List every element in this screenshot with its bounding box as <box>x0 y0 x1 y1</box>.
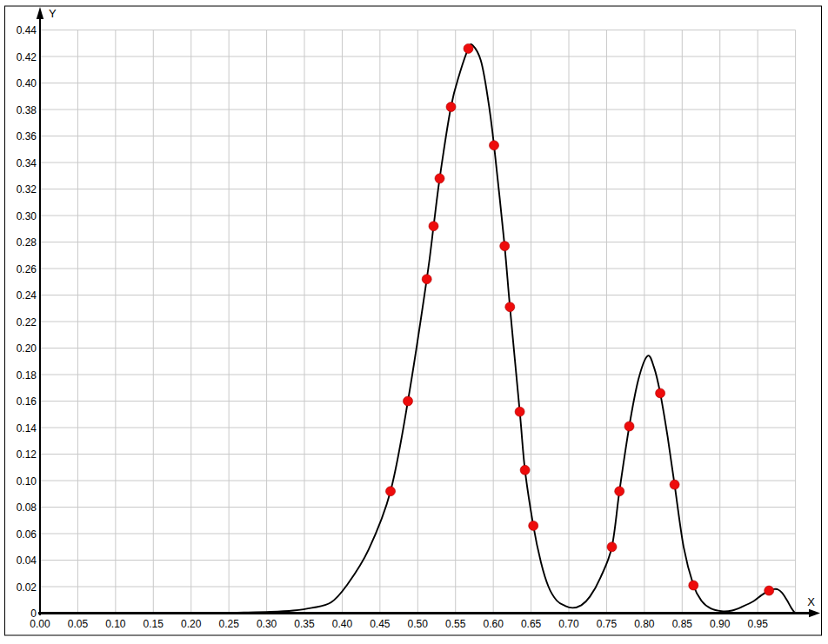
y-tick-label: 0.32 <box>17 183 37 196</box>
x-axis-title: X <box>807 595 815 608</box>
y-tick-label: 0.12 <box>17 448 37 461</box>
x-tick-label: 0.80 <box>634 618 655 630</box>
y-tick-label: 0.20 <box>17 342 37 355</box>
chart-canvas: Y X 0 0.000.050.100.150.200.250.300.350.… <box>0 0 828 644</box>
y-tick-label: 0.16 <box>17 395 37 408</box>
data-point[interactable] <box>765 586 774 595</box>
data-point[interactable] <box>500 242 510 251</box>
data-point[interactable] <box>446 103 456 112</box>
x-tick-label: 0.55 <box>445 618 466 630</box>
y-tick-label: 0.22 <box>17 316 37 329</box>
x-tick-label: 0.25 <box>218 618 239 630</box>
x-tick-label: 0.30 <box>257 618 277 630</box>
chart-page: Y X 0 0.000.050.100.150.200.250.300.350.… <box>0 0 828 644</box>
y-tick-label: 0.26 <box>17 263 37 276</box>
y-tick-label: 0.18 <box>17 369 37 382</box>
data-point[interactable] <box>429 222 438 231</box>
data-point[interactable] <box>435 174 444 183</box>
y-tick-label: 0.38 <box>17 104 37 116</box>
x-tick-label: 0.15 <box>144 618 164 630</box>
y-tick-label: 0.08 <box>17 501 37 514</box>
y-tick-label: 0.34 <box>17 157 37 169</box>
data-point[interactable] <box>615 487 624 496</box>
data-point[interactable] <box>520 465 530 475</box>
x-tick-label: 0.65 <box>521 618 542 630</box>
y-tick-label: 0.06 <box>17 528 37 541</box>
axes-layer: Y X 0 <box>30 7 820 620</box>
x-tick-label: 0.20 <box>181 618 202 630</box>
data-point[interactable] <box>689 581 698 590</box>
x-tick-label: 0.85 <box>672 618 693 630</box>
x-tick-labels: 0.000.050.100.150.200.250.300.350.400.45… <box>30 618 768 630</box>
data-point[interactable] <box>656 388 665 398</box>
y-tick-label: 0.42 <box>17 51 37 63</box>
y-tick-label: 0.44 <box>17 24 37 37</box>
x-tick-label: 0.60 <box>483 618 504 630</box>
chart-border <box>5 6 822 635</box>
y-axis-title: Y <box>49 7 57 20</box>
data-point[interactable] <box>490 141 499 150</box>
grid-layer <box>40 30 796 614</box>
y-tick-label: 0.28 <box>17 236 37 249</box>
x-tick-label: 0.90 <box>710 618 731 630</box>
x-tick-label: 0.10 <box>105 618 126 630</box>
data-point[interactable] <box>515 407 524 416</box>
data-point[interactable] <box>386 487 396 496</box>
y-tick-label: 0.04 <box>17 554 37 567</box>
x-tick-label: 0.35 <box>294 618 315 630</box>
y-tick-label: 0.14 <box>17 422 37 435</box>
y-tick-label: 0.10 <box>17 475 37 488</box>
data-point[interactable] <box>404 396 413 406</box>
points-layer <box>386 43 774 595</box>
data-point[interactable] <box>529 521 538 530</box>
data-point[interactable] <box>464 43 473 53</box>
data-point[interactable] <box>422 275 431 284</box>
x-tick-label: 0.50 <box>408 618 429 630</box>
x-tick-label: 0.75 <box>597 618 618 630</box>
y-tick-label: 0.30 <box>17 210 37 222</box>
y-tick-labels: 0.020.040.060.080.100.120.140.160.180.20… <box>17 24 37 594</box>
y-tick-label: 0.36 <box>17 130 37 143</box>
y-tick-label: 0.40 <box>17 77 37 90</box>
x-tick-label: 0.00 <box>30 618 50 630</box>
y-axis-arrowhead-icon <box>37 7 43 19</box>
x-tick-label: 0.05 <box>68 618 89 630</box>
x-tick-label: 0.70 <box>558 618 579 630</box>
data-point[interactable] <box>624 422 634 431</box>
y-tick-label: 0.24 <box>17 289 37 302</box>
x-tick-label: 0.40 <box>332 618 353 630</box>
data-point[interactable] <box>670 480 679 489</box>
data-point[interactable] <box>505 302 515 312</box>
x-tick-label: 0.95 <box>747 618 768 630</box>
y-tick-label: 0.02 <box>17 581 37 594</box>
x-tick-label: 0.45 <box>370 618 391 630</box>
x-axis-arrowhead-icon <box>809 609 820 618</box>
data-point[interactable] <box>607 542 617 552</box>
